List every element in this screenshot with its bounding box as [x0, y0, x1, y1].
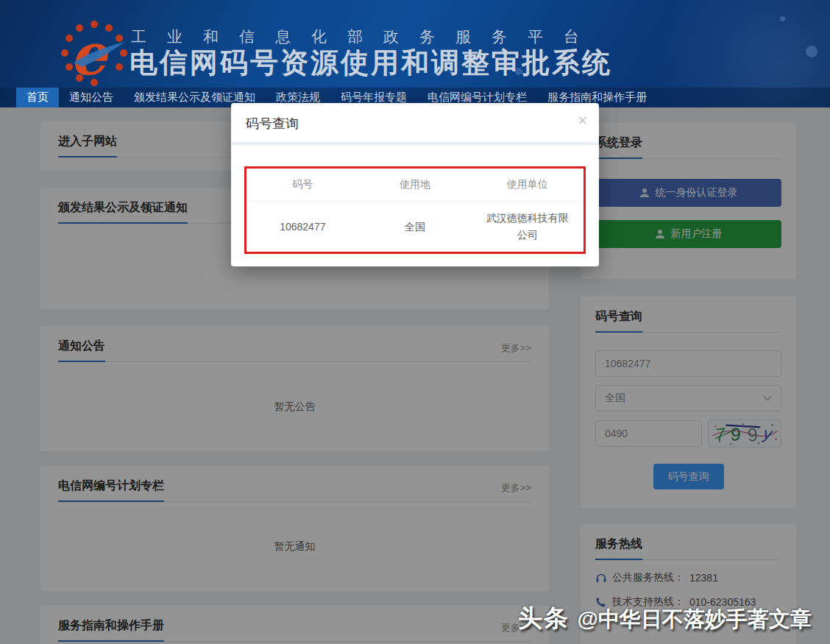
deco-dot	[780, 16, 785, 21]
column-header-region: 使用地	[359, 169, 472, 202]
column-header-number: 码号	[246, 169, 359, 202]
result-table: 码号 使用地 使用单位 10682477 全国 武汉德德科技有限公司	[246, 169, 584, 252]
modal-body: 码号 使用地 使用单位 10682477 全国 武汉德德科技有限公司	[231, 145, 599, 254]
nav-item-home[interactable]: 首页	[16, 88, 59, 107]
close-icon[interactable]: ×	[578, 113, 587, 129]
modal-header: 码号查询 ×	[231, 103, 599, 145]
cell-number: 10682477	[246, 202, 359, 252]
number-query-modal: 码号查询 × 码号 使用地 使用单位 10682477 全国 武汉德德科技有限公…	[231, 103, 599, 266]
table-row: 10682477 全国 武汉德德科技有限公司	[246, 202, 584, 252]
toutiao-watermark: 头条 @中华日不落妙手著文章	[518, 602, 812, 635]
watermark-handle: @中华日不落妙手著文章	[577, 607, 811, 631]
miit-logo-icon: e	[60, 20, 128, 88]
system-title: 电信网码号资源使用和调整审批系统	[130, 44, 612, 82]
cell-company: 武汉德德科技有限公司	[471, 202, 584, 252]
modal-title: 码号查询	[246, 116, 299, 131]
cell-region: 全国	[359, 202, 472, 252]
site-header: e 工业和信息化部政务服务平台 电信网码号资源使用和调整审批系统 首页 通知公告…	[0, 0, 830, 107]
nav-item-notices[interactable]: 通知公告	[59, 88, 124, 107]
deco-dot	[806, 46, 817, 57]
result-table-annotation: 码号 使用地 使用单位 10682477 全国 武汉德德科技有限公司	[244, 166, 586, 254]
column-header-company: 使用单位	[471, 169, 584, 202]
watermark-brand: 头条	[518, 604, 570, 631]
